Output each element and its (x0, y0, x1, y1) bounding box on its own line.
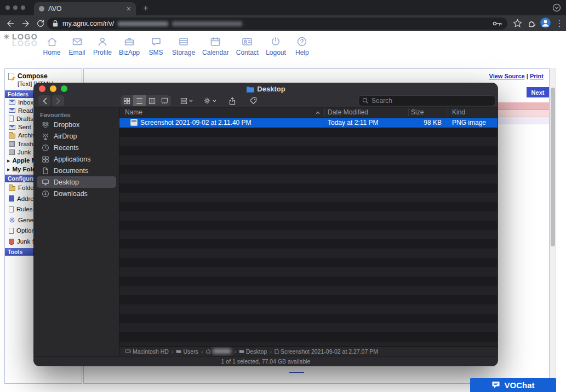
finder-back-icon[interactable] (38, 95, 50, 106)
extensions-icon[interactable] (526, 18, 538, 29)
expand-arrow-icon[interactable]: ▶ (7, 168, 10, 171)
path-item-users[interactable]: Users (176, 348, 198, 355)
archive-icon (9, 134, 15, 139)
nav-bizapp[interactable]: BizApp (119, 36, 140, 56)
nav-help[interactable]: Help (293, 36, 311, 56)
file-row-selected[interactable]: Screenshot 2021-09-02 at 2.11.40 PM Toda… (119, 118, 498, 128)
tab-close-icon[interactable]: × (127, 5, 131, 13)
sidebar-item-downloads[interactable]: Downloads (37, 188, 116, 199)
nav-sms[interactable]: SMS (147, 36, 165, 56)
contact-card-icon (241, 36, 253, 48)
list-view-icon[interactable] (133, 95, 146, 106)
back-icon[interactable] (4, 18, 16, 29)
view-mode-segmented-control (121, 95, 171, 106)
vochat-button[interactable]: VOChat (470, 378, 556, 392)
redacted-username (213, 349, 231, 354)
column-view-icon[interactable] (146, 95, 158, 106)
nav-logout[interactable]: Logout (266, 36, 286, 56)
file-icon (275, 349, 279, 354)
page-scrollbar[interactable] (550, 68, 556, 384)
compose-icon (8, 73, 14, 80)
path-item-desktop[interactable]: Desktop (239, 348, 267, 355)
sort-ascending-icon[interactable] (316, 111, 320, 114)
new-tab-button[interactable]: + (140, 3, 151, 14)
folder-label: Junk (18, 149, 31, 155)
column-kind[interactable]: Kind (452, 108, 465, 116)
group-by-button[interactable] (178, 95, 195, 106)
page-link-fragment[interactable] (289, 371, 304, 373)
sidebar-item-label: Dropbox (54, 121, 79, 129)
window-zoom-button[interactable] (21, 5, 25, 10)
nav-storage[interactable]: Storage (172, 36, 195, 56)
column-name[interactable]: Name (125, 108, 142, 116)
url-bar[interactable]: my.agnx.com/r/v/ (47, 18, 507, 30)
document-icon (42, 167, 49, 175)
sidebar-item-label: Recents (54, 144, 79, 152)
profile-avatar[interactable] (540, 18, 551, 28)
icon-view-icon[interactable] (121, 95, 133, 106)
sidebar-item-applications[interactable]: Applications (37, 153, 116, 165)
window-minimize-button[interactable] (13, 5, 18, 10)
chevron-down-icon (213, 100, 216, 102)
browser-tab[interactable]: AVO × (34, 2, 136, 15)
search-input[interactable] (371, 97, 491, 105)
column-date-modified[interactable]: Date Modified (328, 108, 368, 116)
url-text: my.agnx.com/r/v/ (62, 20, 114, 27)
tab-search-icon[interactable] (552, 3, 561, 12)
browser-menu-icon[interactable]: ⋮ (554, 18, 564, 29)
nav-profile[interactable]: Profile (93, 36, 112, 56)
downloads-icon (42, 190, 49, 198)
column-size[interactable]: Size (411, 108, 424, 116)
path-label: Screenshot 2021-09-02 at 2.27.07 PM (281, 348, 378, 355)
home-icon (205, 349, 211, 354)
finder-forward-icon[interactable] (52, 95, 64, 106)
nav-email[interactable]: Email (68, 36, 86, 56)
gear-icon (9, 217, 15, 223)
gallery-view-icon[interactable] (158, 95, 171, 106)
forward-icon[interactable] (20, 18, 32, 29)
window-close-button[interactable] (5, 5, 10, 10)
search-icon (362, 97, 369, 104)
folder-icon (176, 349, 181, 354)
sidebar-item-airdrop[interactable]: AirDrop (37, 130, 116, 142)
bookmark-star-icon[interactable] (511, 18, 523, 29)
actions-button[interactable] (201, 95, 219, 106)
tags-button[interactable] (247, 95, 260, 106)
sidebar-item-desktop[interactable]: Desktop (37, 176, 116, 188)
print-link[interactable]: Print (530, 73, 544, 79)
column-divider[interactable] (408, 108, 409, 116)
view-source-link[interactable]: View Source (489, 73, 525, 79)
scrollbar-thumb[interactable] (551, 88, 555, 246)
sidebar-item-recents[interactable]: Recents (37, 142, 116, 153)
nav-calendar[interactable]: Calendar (202, 36, 229, 56)
key-icon[interactable] (493, 20, 502, 27)
finder-search-field[interactable] (358, 95, 495, 106)
path-item-user-home[interactable] (205, 349, 231, 354)
sidebar-item-label: AirDrop (54, 132, 77, 140)
sidebar-item-label: Applications (54, 155, 90, 163)
column-divider[interactable] (448, 108, 448, 116)
file-date-modified: Today at 2:11 PM (328, 119, 379, 126)
nav-label: Home (43, 49, 60, 56)
folder-label: Sent (18, 124, 31, 130)
compose-button[interactable]: Compose (5, 69, 82, 80)
compose-label: Compose (18, 72, 48, 80)
path-item-file[interactable]: Screenshot 2021-09-02 at 2.27.07 PM (275, 348, 378, 355)
sidebar-item-dropbox[interactable]: Dropbox (37, 119, 116, 130)
config-label: Rules (16, 206, 32, 212)
nav-home[interactable]: Home (43, 36, 61, 56)
header-links: View Source | Print (489, 73, 544, 79)
expand-arrow-icon[interactable]: ▶ (7, 159, 10, 163)
url-redacted-segment (172, 21, 242, 26)
share-button[interactable] (226, 95, 239, 106)
column-divider[interactable] (324, 108, 325, 116)
finder-titlebar[interactable]: Desktop (34, 83, 498, 107)
nav-contact[interactable]: Contact (236, 36, 259, 56)
sidebar-item-documents[interactable]: Documents (37, 165, 116, 176)
path-label: Users (183, 348, 198, 355)
finder-nav-buttons (38, 95, 64, 106)
gear-icon (203, 97, 211, 105)
next-button[interactable]: Next (527, 87, 549, 97)
path-item-macintosh-hd[interactable]: Macintosh HD (125, 348, 169, 355)
reload-icon[interactable] (34, 18, 46, 29)
